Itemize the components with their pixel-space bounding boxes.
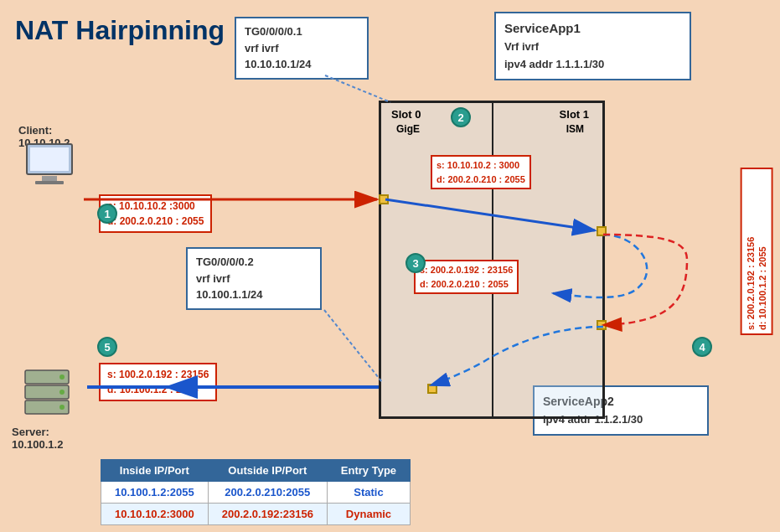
ism-text: ISM	[566, 123, 584, 135]
slot0-label: Slot 0	[391, 108, 421, 121]
row1-outside: 200.2.0.210:2055	[208, 482, 327, 504]
client-text: Client:	[18, 124, 52, 137]
title-hairpinning: Hairpinning	[68, 15, 225, 45]
sa1-line2: Vrf ivrf	[504, 40, 539, 53]
row2-inside: 10.10.10.2:3000	[101, 504, 209, 525]
packet5-label: s: 100.2.0.192 : 23156 d: 10.100.1.2 : 2…	[99, 363, 217, 401]
col-inside: Inside IP/Port	[101, 460, 209, 482]
ism-label: ISM	[566, 123, 584, 135]
computer-icon	[23, 141, 84, 191]
server-ip: 10.100.1.2	[12, 438, 63, 451]
server-text: Server:	[12, 426, 49, 438]
tg1-line2: vrf ivrf	[245, 42, 278, 54]
slot1-text: Slot 1	[560, 108, 589, 121]
badge-5: 5	[97, 337, 117, 357]
tg1-line3: 10.10.10.1/24	[245, 58, 312, 70]
gige-label: GigE	[396, 123, 420, 135]
slot0-text: Slot 0	[391, 108, 421, 121]
badge-2: 2	[451, 107, 471, 127]
p1-dst: d: 200.2.0.210 : 2055	[107, 215, 204, 227]
tg2-line3: 10.100.1.1/24	[196, 288, 263, 301]
svg-rect-3	[35, 181, 64, 184]
title-nat: NAT	[15, 15, 68, 45]
sa1-line1: ServiceApp1	[504, 21, 581, 35]
row2-type: Dynamic	[327, 504, 410, 525]
gige-text: GigE	[396, 123, 420, 135]
nat-table: Inside IP/Port Outside IP/Port Entry Typ…	[101, 459, 411, 525]
p5-src: s: 100.2.0.192 : 23156	[107, 369, 209, 380]
badge-4: 4	[692, 337, 712, 357]
serviceapp1-box: ServiceApp1 Vrf ivrf ipv4 addr 1.1.1.1/3…	[494, 12, 691, 80]
page-title: NAT Hairpinning	[15, 15, 225, 46]
col-outside: Outside IP/Port	[208, 460, 327, 482]
badge-3: 3	[405, 253, 426, 273]
p4-dst: d: 10.100.1.2 : 2055	[758, 246, 768, 330]
connector-3	[597, 320, 607, 330]
server-icon	[17, 367, 77, 424]
table-row: 10.100.1.2:2055 200.2.0.210:2055 Static	[101, 482, 411, 504]
svg-point-7	[59, 374, 65, 380]
col-entry-type: Entry Type	[327, 460, 410, 482]
packet2-label: s: 10.10.10.2 : 3000 d: 200.2.0.210 : 20…	[431, 155, 531, 189]
svg-line-17	[325, 75, 390, 102]
p4-src: s: 200.2.0.192 : 23156	[746, 237, 756, 330]
tg1-line1: TG0/0/0/0.1	[245, 25, 302, 38]
p5-dst: d: 10.100.1.2 : 2055	[107, 384, 199, 395]
table-row: 10.10.10.2:3000 200.2.0.192:23156 Dynami…	[101, 504, 411, 525]
connector-2	[597, 226, 607, 236]
p2-dst: d: 200.2.0.210 : 2055	[436, 174, 525, 184]
row1-type: Static	[327, 482, 410, 504]
tg2-line2: vrf ivrf	[196, 272, 230, 285]
svg-rect-2	[42, 176, 57, 181]
sa1-line3: ipv4 addr 1.1.1.1/30	[504, 58, 604, 70]
connector-4	[427, 384, 437, 394]
packet4-side-label: s: 200.2.0.192 : 23156 d: 10.100.1.2 : 2…	[741, 168, 773, 335]
svg-point-9	[59, 405, 65, 410]
packet3-label: s: 200.2.0.192 : 23156 d: 200.2.0.210 : …	[414, 260, 519, 294]
p1-src: s: 10.10.10.2 :3000	[107, 200, 195, 212]
badge-1: 1	[97, 204, 117, 224]
row1-inside: 10.100.1.2:2055	[101, 482, 209, 504]
row2-outside: 200.2.0.192:23156	[208, 504, 327, 525]
server-label: Server: 10.100.1.2	[12, 426, 63, 451]
svg-point-8	[59, 390, 65, 395]
tg2-line1: TG0/0/0/0.2	[196, 256, 254, 268]
svg-line-18	[324, 310, 382, 382]
p3-dst: d: 200.2.0.210 : 2055	[420, 279, 509, 289]
svg-rect-1	[30, 147, 69, 171]
tg1-box: TG0/0/0/0.1 vrf ivrf 10.10.10.1/24	[235, 17, 369, 80]
slot1-label: Slot 1	[560, 108, 589, 121]
p3-src: s: 200.2.0.192 : 23156	[420, 265, 513, 275]
p2-src: s: 10.10.10.2 : 3000	[436, 160, 519, 170]
connector-1	[379, 194, 389, 204]
tg2-box: TG0/0/0/0.2 vrf ivrf 10.100.1.1/24	[186, 247, 322, 310]
